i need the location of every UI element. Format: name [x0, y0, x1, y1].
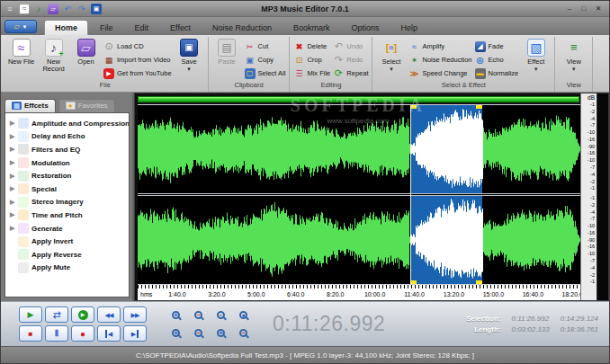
- chevron-down-icon[interactable]: ▼: [571, 66, 577, 73]
- system-menu-icon[interactable]: ≡: [4, 4, 15, 14]
- select-button[interactable]: [≈]Select▼: [376, 38, 406, 73]
- vertical-scroll-strip[interactable]: [597, 93, 608, 300]
- play-icon: ▶: [28, 311, 34, 319]
- effects-tree-item[interactable]: ▶ Special: [7, 182, 129, 196]
- ribbon-tab[interactable]: Effect: [160, 21, 201, 35]
- crop-button[interactable]: ⊡Crop: [293, 54, 330, 66]
- loop-icon: ⇄: [52, 311, 60, 319]
- waveform-channel-left[interactable]: [138, 105, 580, 193]
- zoom-full-button[interactable]: ●: [234, 307, 253, 323]
- expand-arrow-icon[interactable]: ▶: [10, 199, 15, 206]
- expand-arrow-icon[interactable]: ▶: [10, 185, 15, 192]
- effects-tree-item[interactable]: ▶ Time and Pitch: [7, 209, 129, 222]
- save-icon[interactable]: ▣: [91, 4, 102, 14]
- effects-tree-item[interactable]: ▶ Filters and EQ: [7, 143, 129, 156]
- go-end-button[interactable]: ▶: [123, 325, 147, 342]
- zoom-vertical-out-button[interactable]: −: [189, 325, 208, 341]
- effects-tree-item[interactable]: ▶ Apply Reverse: [7, 248, 129, 262]
- stop-button[interactable]: ■: [19, 325, 42, 342]
- import-from-video-button[interactable]: ▦Import from Video: [103, 54, 172, 66]
- delete-button[interactable]: ✖Delete: [293, 40, 330, 52]
- redo-icon[interactable]: ↷: [76, 4, 87, 14]
- zoom-out-button[interactable]: −: [189, 307, 208, 323]
- effects-tree-item[interactable]: ▶ Delay and Echo: [7, 130, 129, 144]
- fade-button[interactable]: ◢Fade: [475, 40, 519, 52]
- app-menu-button[interactable]: ▱▼: [4, 20, 37, 33]
- effects-tree-item[interactable]: ▶ Modulation: [7, 156, 129, 170]
- chevron-down-icon[interactable]: ▼: [186, 66, 192, 73]
- waveform-display[interactable]: [138, 104, 580, 285]
- new-file-icon[interactable]: ≈: [19, 4, 30, 14]
- ribbon-tab[interactable]: Edit: [125, 21, 159, 35]
- undo-icon[interactable]: ↶: [62, 4, 73, 14]
- paste-button[interactable]: ▤Paste: [212, 38, 242, 66]
- play-button[interactable]: ▶: [19, 306, 42, 323]
- expand-arrow-icon[interactable]: ▶: [10, 159, 15, 166]
- new-record-button[interactable]: ♪+New Record: [39, 38, 68, 73]
- open-button[interactable]: ▱Open: [71, 38, 101, 66]
- load-cd-button[interactable]: ⊙Load CD: [103, 40, 172, 52]
- zoom-selection-button[interactable]: ▫: [211, 307, 230, 323]
- zoom-vertical-in-button[interactable]: +: [166, 325, 185, 341]
- minimize-button[interactable]: –: [564, 4, 575, 13]
- effect-button[interactable]: ▧Effect▼: [521, 38, 551, 73]
- undo-button[interactable]: ↶Undo: [333, 40, 368, 52]
- zoom-horizontal-out-button[interactable]: −: [234, 325, 253, 341]
- mix-file-button[interactable]: ☰Mix File: [293, 67, 330, 79]
- go-start-button[interactable]: ◀: [97, 325, 121, 342]
- copy-button[interactable]: ▣Copy: [245, 54, 286, 66]
- ribbon-tab[interactable]: Home: [44, 20, 88, 35]
- loop-button[interactable]: ⇄: [45, 306, 68, 323]
- chevron-down-icon[interactable]: ▼: [389, 66, 394, 73]
- record-button[interactable]: ●: [71, 325, 94, 342]
- redo-button[interactable]: ↷Redo: [333, 54, 368, 66]
- noise-reduction-button[interactable]: ✶Noise Reduction: [408, 54, 471, 66]
- save-button[interactable]: ▣Save▼: [175, 38, 204, 73]
- chevron-down-icon[interactable]: ▼: [534, 66, 539, 73]
- effects-tree-item[interactable]: ▶ Apply Mute: [7, 262, 129, 275]
- ribbon-tab[interactable]: Options: [341, 21, 389, 35]
- maximize-button[interactable]: □: [579, 4, 589, 13]
- repeat-button[interactable]: ⟳Repeat: [333, 67, 368, 79]
- ribbon-tab[interactable]: Bookmark: [283, 21, 340, 35]
- expand-arrow-icon[interactable]: ▶: [10, 173, 15, 180]
- expand-arrow-icon[interactable]: ▶: [10, 120, 15, 127]
- view-button[interactable]: ≡View▼: [559, 38, 588, 73]
- tab-favorites[interactable]: ★Favorites: [58, 99, 115, 112]
- cut-button[interactable]: ✂Cut: [245, 40, 286, 52]
- select-all-button[interactable]: ▢Select All: [245, 67, 286, 79]
- amplify-button[interactable]: ≈Amplify: [408, 40, 471, 52]
- get-from-youtube-button[interactable]: ▶Get from YouTube: [103, 67, 172, 79]
- zoom-horizontal-in-button[interactable]: +: [211, 325, 230, 341]
- overview-navigation-bar[interactable]: [138, 96, 579, 102]
- effects-tree-item[interactable]: ▶ Restoration: [7, 169, 129, 182]
- close-button[interactable]: ✕: [593, 4, 604, 13]
- pause-button[interactable]: Ⅱ: [45, 325, 68, 342]
- expand-arrow-icon[interactable]: ▶: [10, 146, 15, 153]
- ribbon-tab[interactable]: File: [90, 21, 123, 35]
- effects-tree-item[interactable]: ▶ Generate: [7, 222, 129, 235]
- record-icon[interactable]: ♪: [33, 4, 44, 14]
- timeline-ruler[interactable]: hms 1:40.03:20.05:00.06:40.08:20.010:00.…: [138, 285, 580, 300]
- expand-arrow-icon[interactable]: ▶: [10, 211, 15, 218]
- open-icon[interactable]: ▱: [48, 4, 58, 14]
- expand-arrow-icon[interactable]: ▶: [10, 225, 15, 232]
- db-tick-label: -16: [588, 231, 595, 236]
- play-all-button[interactable]: ▶: [71, 306, 94, 323]
- normalize-button[interactable]: ▬Normalize: [475, 67, 519, 79]
- effects-tree-item[interactable]: ▶ Amplitude and Compression: [7, 117, 129, 130]
- effects-tree-item[interactable]: ▶ Stereo Imagery: [7, 196, 129, 209]
- expand-arrow-icon[interactable]: ▶: [10, 133, 15, 140]
- fast-forward-button[interactable]: ▶▶: [123, 306, 147, 323]
- youtube-icon: ▶: [103, 68, 114, 79]
- ribbon-tab[interactable]: Help: [391, 21, 428, 35]
- tab-effects[interactable]: ▤Effcets: [4, 99, 56, 112]
- effects-tree-item[interactable]: ▶ Apply Invert: [7, 235, 129, 248]
- zoom-in-button[interactable]: +: [166, 307, 185, 323]
- ribbon-tab[interactable]: Noise Reduction: [202, 21, 282, 35]
- speed-change-button[interactable]: ≫Speed Change: [408, 67, 471, 79]
- rewind-button[interactable]: ◀◀: [97, 306, 121, 323]
- waveform-channel-right[interactable]: [138, 196, 580, 284]
- echo-button[interactable]: ◎Echo: [475, 54, 519, 66]
- new-file-button[interactable]: ≈New File: [6, 38, 36, 66]
